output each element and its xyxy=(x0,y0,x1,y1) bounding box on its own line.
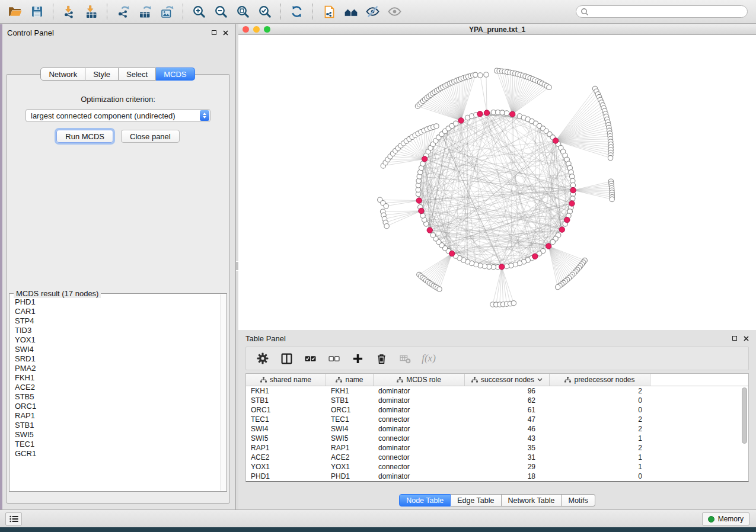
close-window-icon[interactable] xyxy=(243,26,249,33)
satellite-node[interactable] xyxy=(547,85,551,89)
mcds-hub-node[interactable] xyxy=(449,251,455,256)
satellite-node[interactable] xyxy=(434,124,439,129)
table-row[interactable]: ORC1ORC1dominator610 xyxy=(246,405,748,415)
zoom-out-button[interactable] xyxy=(210,2,232,21)
show-all-button[interactable] xyxy=(384,2,406,21)
satellite-node[interactable] xyxy=(437,287,442,291)
network-node[interactable] xyxy=(570,196,575,201)
satellite-node[interactable] xyxy=(608,155,613,160)
mcds-hub-node[interactable] xyxy=(416,198,422,203)
mcds-result-item[interactable]: STP4 xyxy=(15,316,219,326)
satellite-node[interactable] xyxy=(484,72,489,77)
zoom-in-button[interactable] xyxy=(188,2,210,21)
mcds-list-scrollbar[interactable] xyxy=(220,294,226,491)
tab-network-table[interactable]: Network Table xyxy=(502,494,562,507)
close-panel-icon[interactable] xyxy=(744,336,749,341)
satellite-node[interactable] xyxy=(384,223,389,228)
maximize-window-icon[interactable] xyxy=(264,26,270,33)
table-scrollbar[interactable] xyxy=(741,387,748,480)
mcds-result-item[interactable]: FKH1 xyxy=(15,373,219,383)
mcds-result-item[interactable]: SWI4 xyxy=(15,345,219,354)
table-row[interactable]: ACE2ACE2connector311 xyxy=(246,453,748,462)
export-image-button[interactable] xyxy=(156,2,178,21)
network-node[interactable] xyxy=(570,183,575,188)
satellite-node[interactable] xyxy=(555,284,560,289)
column-header-successor-nodes[interactable]: successor nodes xyxy=(465,374,550,386)
mcds-result-item[interactable]: TID3 xyxy=(15,326,219,335)
mcds-result-item[interactable]: SRD1 xyxy=(15,354,219,364)
satellite-node[interactable] xyxy=(478,73,483,78)
tab-node-table[interactable]: Node Table xyxy=(399,494,451,507)
optimization-criterion-select[interactable]: largest connected component (undirected) xyxy=(25,109,210,122)
search-input[interactable] xyxy=(589,8,743,16)
mcds-hub-node[interactable] xyxy=(559,227,564,232)
column-header-shared-name[interactable]: shared name xyxy=(246,374,326,386)
new-network-from-selection-button[interactable] xyxy=(318,2,340,21)
zoom-fit-button[interactable] xyxy=(232,2,254,21)
mcds-result-item[interactable]: RAP1 xyxy=(15,411,219,421)
network-canvas[interactable] xyxy=(238,35,756,331)
satellite-node[interactable] xyxy=(610,197,614,201)
tab-select[interactable]: Select xyxy=(119,68,156,81)
satellite-node[interactable] xyxy=(473,72,478,77)
network-node[interactable] xyxy=(453,121,458,126)
split-table-button[interactable] xyxy=(275,349,298,368)
float-panel-icon[interactable] xyxy=(732,336,737,341)
mcds-hub-node[interactable] xyxy=(427,227,432,233)
mcds-result-item[interactable]: PHD1 xyxy=(15,297,219,307)
tab-motifs[interactable]: Motifs xyxy=(562,494,595,507)
network-node[interactable] xyxy=(504,111,509,116)
mcds-hub-node[interactable] xyxy=(484,110,489,116)
network-window-titlebar[interactable]: YPA_prune.txt_1 xyxy=(238,24,756,35)
mcds-result-item[interactable]: ORC1 xyxy=(15,402,219,411)
mcds-hub-node[interactable] xyxy=(419,208,424,213)
mcds-result-item[interactable]: TEC1 xyxy=(15,440,219,449)
mcds-hub-node[interactable] xyxy=(569,201,575,206)
table-row[interactable]: RAP1RAP1dominator352 xyxy=(246,443,748,453)
mcds-result-item[interactable]: SWI5 xyxy=(15,430,219,440)
first-neighbors-button[interactable] xyxy=(340,2,362,21)
select-all-rows-button[interactable] xyxy=(298,349,322,368)
mcds-hub-node[interactable] xyxy=(422,156,427,162)
divider-handle-icon[interactable] xyxy=(236,261,238,271)
mcds-result-item[interactable]: GCR1 xyxy=(15,449,219,459)
mcds-hub-node[interactable] xyxy=(477,111,483,117)
save-session-button[interactable] xyxy=(26,2,48,21)
status-menu-button[interactable] xyxy=(5,512,22,525)
memory-button[interactable]: Memory xyxy=(702,512,749,525)
network-node[interactable] xyxy=(550,239,555,244)
tab-style[interactable]: Style xyxy=(85,68,119,81)
unselect-all-rows-button[interactable] xyxy=(322,349,346,368)
table-row[interactable]: PHD1PHD1dominator180 xyxy=(246,472,748,481)
function-builder-button[interactable]: f(x) xyxy=(417,349,441,368)
run-mcds-button[interactable]: Run MCDS xyxy=(56,130,113,143)
mcds-result-item[interactable]: CAR1 xyxy=(15,307,219,316)
column-settings-button[interactable] xyxy=(251,349,275,368)
column-header-name[interactable]: name xyxy=(326,374,374,386)
tab-mcds[interactable]: MCDS xyxy=(156,68,194,81)
export-network-button[interactable] xyxy=(112,2,134,21)
search-box[interactable] xyxy=(576,5,748,18)
zoom-selected-button[interactable] xyxy=(254,2,276,21)
hide-selected-button[interactable] xyxy=(362,2,384,21)
tab-edge-table[interactable]: Edge Table xyxy=(451,494,501,507)
satellite-node[interactable] xyxy=(384,204,388,209)
network-node[interactable] xyxy=(420,213,425,218)
minimize-window-icon[interactable] xyxy=(253,26,260,33)
mcds-hub-node[interactable] xyxy=(564,217,570,223)
mcds-hub-node[interactable] xyxy=(570,187,576,193)
column-header-MCDS-role[interactable]: MCDS role xyxy=(374,374,465,386)
open-session-button[interactable] xyxy=(4,2,26,21)
network-node[interactable] xyxy=(430,233,435,238)
mcds-result-item[interactable]: YOX1 xyxy=(15,335,219,345)
network-node[interactable] xyxy=(504,264,509,268)
table-row[interactable]: SWI5SWI5connector431 xyxy=(246,434,748,443)
delete-column-button[interactable] xyxy=(369,349,393,368)
table-row[interactable]: YOX1YOX1connector291 xyxy=(246,462,748,472)
mcds-result-item[interactable]: STB5 xyxy=(15,392,219,402)
close-panel-icon[interactable] xyxy=(223,30,228,36)
mcds-hub-node[interactable] xyxy=(509,111,515,117)
mcds-hub-node[interactable] xyxy=(532,254,538,259)
table-row[interactable]: SWI4SWI4dominator462 xyxy=(246,424,748,434)
add-column-button[interactable] xyxy=(346,349,369,368)
